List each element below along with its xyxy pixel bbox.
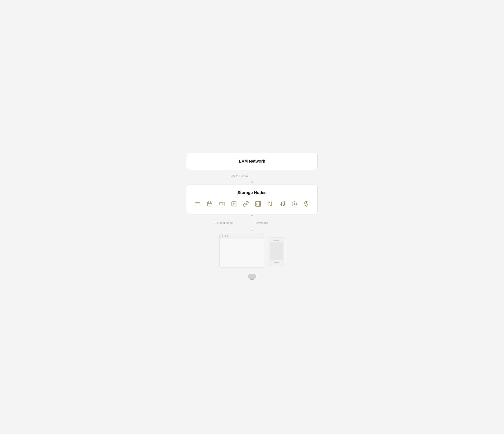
mobile-home-button	[274, 262, 279, 263]
svg-point-23	[306, 202, 307, 204]
sort-icon	[267, 200, 274, 207]
mobile-speaker	[273, 240, 279, 240]
edit-delete-label: Edit and delete	[215, 221, 233, 224]
arrow-line-down	[252, 170, 252, 182]
storage-nodes-title: Storage Nodes	[194, 190, 310, 195]
svg-point-18	[280, 205, 281, 206]
svg-rect-3	[207, 202, 212, 206]
arrow-up	[251, 214, 253, 216]
browser-dot-3	[227, 235, 228, 237]
mobile-screen	[270, 242, 283, 260]
svg-point-10	[233, 203, 233, 203]
browser-dot-2	[225, 235, 226, 237]
browser-dot-1	[222, 235, 223, 237]
arrow-head-down	[251, 181, 253, 183]
storage-icons-row	[194, 200, 310, 207]
connector-edit-download: Edit and delete Download	[187, 214, 318, 233]
calendar-icon	[206, 200, 213, 207]
storage-nodes-box: Storage Nodes	[187, 185, 318, 214]
svg-rect-7	[219, 203, 223, 205]
download-label: Download	[256, 221, 268, 224]
menu-icon	[194, 200, 201, 207]
music-icon	[279, 200, 286, 207]
add-circle-icon	[291, 200, 298, 207]
connector-access-control: Access Control	[187, 170, 318, 185]
browser-mockup	[219, 233, 264, 268]
svg-marker-8	[223, 202, 224, 205]
cloud-icon	[246, 272, 258, 282]
diagram-container: EVM Network Access Control Storage Nodes	[187, 153, 318, 282]
bottom-cloud-area	[246, 272, 258, 282]
evm-network-box: EVM Network	[187, 153, 318, 170]
svg-point-25	[248, 275, 252, 279]
mobile-mockup	[268, 237, 285, 266]
link-icon	[243, 200, 250, 207]
browser-content	[220, 239, 264, 267]
access-control-label: Access Control	[230, 174, 249, 177]
image-icon	[230, 200, 237, 207]
location-icon	[303, 200, 310, 207]
svg-point-19	[283, 204, 284, 206]
browser-toolbar	[220, 233, 264, 239]
bidirectional-line	[252, 214, 252, 230]
svg-point-26	[252, 275, 256, 279]
arrow-down	[251, 230, 253, 232]
svg-rect-11	[255, 201, 261, 206]
film-icon	[255, 200, 262, 207]
clients-area	[219, 233, 285, 268]
video-icon	[218, 200, 225, 207]
evm-network-title: EVM Network	[239, 159, 265, 164]
svg-point-28	[250, 279, 254, 280]
